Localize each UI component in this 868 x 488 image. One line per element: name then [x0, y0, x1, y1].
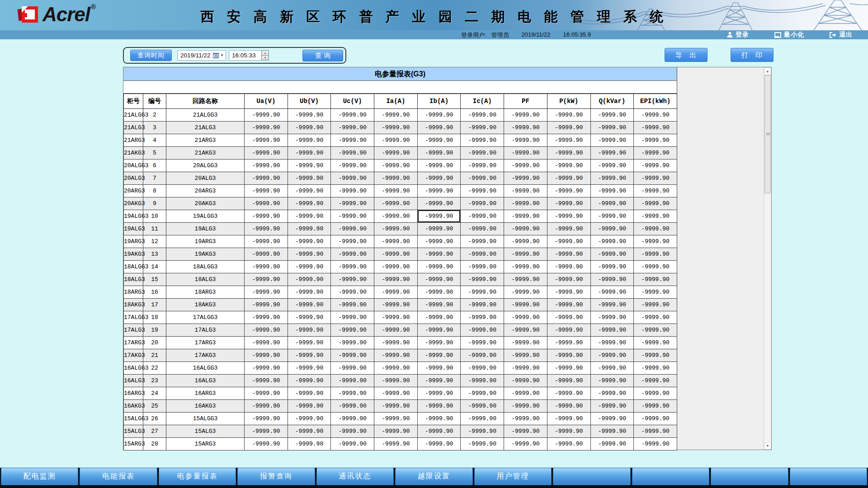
- cell-value[interactable]: -9999.90: [504, 425, 547, 438]
- cell-circuit[interactable]: 19ALG3: [166, 223, 245, 235]
- cell-value[interactable]: -9999.90: [288, 223, 331, 235]
- cell-value[interactable]: -9999.90: [331, 248, 374, 261]
- nav-tab-empty-7[interactable]: [553, 468, 630, 485]
- cell-value[interactable]: -9999.90: [461, 261, 504, 273]
- nav-tab-empty-10[interactable]: [790, 468, 867, 485]
- cell-value[interactable]: -9999.90: [504, 273, 547, 286]
- cell-value[interactable]: -9999.90: [504, 261, 547, 273]
- cell-cabinet[interactable]: 19ALG3: [124, 223, 143, 235]
- cell-value[interactable]: -9999.90: [504, 438, 547, 450]
- cell-cabinet[interactable]: 20ALG3: [124, 172, 143, 185]
- cell-value[interactable]: -9999.90: [245, 375, 288, 387]
- cell-value[interactable]: -9999.90: [547, 160, 590, 172]
- cell-value[interactable]: -9999.90: [288, 109, 331, 122]
- cell-value[interactable]: -9999.90: [590, 375, 634, 387]
- cell-value[interactable]: -9999.90: [504, 235, 547, 248]
- cell-value[interactable]: -9999.90: [288, 375, 331, 387]
- cell-number[interactable]: 12: [143, 235, 166, 248]
- cell-circuit[interactable]: 21ALGG3: [166, 109, 245, 122]
- scroll-up-icon[interactable]: ▲: [764, 67, 771, 75]
- cell-value[interactable]: -9999.90: [590, 349, 634, 362]
- cell-value[interactable]: -9999.90: [547, 362, 590, 375]
- cell-value[interactable]: -9999.90: [504, 400, 547, 413]
- cell-value[interactable]: -9999.90: [547, 337, 590, 349]
- cell-value[interactable]: -9999.90: [634, 273, 677, 286]
- cell-value[interactable]: -9999.90: [590, 425, 634, 438]
- cell-value[interactable]: -9999.90: [331, 349, 374, 362]
- cell-circuit[interactable]: 19ARG3: [166, 235, 245, 248]
- cell-value[interactable]: -9999.90: [590, 387, 634, 400]
- cell-value[interactable]: -9999.90: [417, 286, 461, 299]
- cell-value[interactable]: -9999.90: [245, 197, 288, 210]
- cell-value[interactable]: -9999.90: [461, 438, 504, 450]
- cell-cabinet[interactable]: 15ARG3: [124, 438, 143, 450]
- cell-value[interactable]: -9999.90: [634, 197, 677, 210]
- cell-value[interactable]: -9999.90: [417, 387, 461, 400]
- cell-circuit[interactable]: 17ALGG3: [166, 311, 245, 324]
- cell-value[interactable]: -9999.90: [374, 413, 418, 425]
- cell-value[interactable]: -9999.90: [245, 185, 288, 197]
- cell-value[interactable]: -9999.90: [245, 160, 288, 172]
- cell-value[interactable]: -9999.90: [245, 147, 288, 160]
- nav-tab-配电监测[interactable]: 配电监测: [1, 468, 78, 485]
- cell-value[interactable]: -9999.90: [504, 286, 547, 299]
- cell-value[interactable]: -9999.90: [417, 248, 461, 261]
- cell-value[interactable]: -9999.90: [547, 122, 590, 134]
- cell-value[interactable]: -9999.90: [547, 261, 590, 273]
- cell-cabinet[interactable]: 19ARG3: [124, 235, 143, 248]
- nav-tab-empty-9[interactable]: [711, 468, 788, 485]
- cell-cabinet[interactable]: 21ALGG3: [124, 109, 143, 122]
- cell-value[interactable]: -9999.90: [288, 147, 331, 160]
- cell-cabinet[interactable]: 17ARG3: [124, 337, 143, 349]
- cell-value[interactable]: -9999.90: [547, 286, 590, 299]
- cell-value[interactable]: -9999.90: [331, 438, 374, 450]
- cell-value[interactable]: -9999.90: [374, 185, 418, 197]
- cell-value[interactable]: -9999.90: [547, 400, 590, 413]
- cell-cabinet[interactable]: 18ARG3: [124, 286, 143, 299]
- cell-value[interactable]: -9999.90: [374, 273, 418, 286]
- cell-value[interactable]: -9999.90: [374, 261, 418, 273]
- cell-value[interactable]: -9999.90: [374, 160, 418, 172]
- cell-value[interactable]: -9999.90: [331, 185, 374, 197]
- cell-value[interactable]: -9999.90: [634, 438, 677, 450]
- cell-value[interactable]: -9999.90: [547, 248, 590, 261]
- cell-value[interactable]: -9999.90: [590, 147, 634, 160]
- cell-value[interactable]: -9999.90: [547, 324, 590, 337]
- cell-cabinet[interactable]: 18AKG3: [124, 299, 143, 311]
- cell-value[interactable]: -9999.90: [634, 362, 677, 375]
- cell-value[interactable]: -9999.90: [331, 235, 374, 248]
- cell-value[interactable]: -9999.90: [547, 223, 590, 235]
- cell-circuit[interactable]: 20ALGG3: [166, 160, 245, 172]
- scrollbar-thumb[interactable]: [764, 75, 771, 193]
- cell-value[interactable]: -9999.90: [245, 324, 288, 337]
- cell-number[interactable]: 25: [143, 400, 166, 413]
- cell-value[interactable]: -9999.90: [461, 109, 504, 122]
- cell-value[interactable]: -9999.90: [417, 375, 461, 387]
- cell-value[interactable]: -9999.90: [461, 299, 504, 311]
- cell-value[interactable]: -9999.90: [461, 122, 504, 134]
- cell-value[interactable]: -9999.90: [288, 425, 331, 438]
- cell-value[interactable]: -9999.90: [461, 286, 504, 299]
- nav-tab-越限设置[interactable]: 越限设置: [395, 468, 472, 485]
- cell-value[interactable]: -9999.90: [504, 210, 547, 223]
- cell-value[interactable]: -9999.90: [504, 223, 547, 235]
- cell-value[interactable]: -9999.90: [504, 337, 547, 349]
- cell-value[interactable]: -9999.90: [245, 286, 288, 299]
- cell-circuit[interactable]: 17AKG3: [166, 349, 245, 362]
- cell-number[interactable]: 13: [143, 248, 166, 261]
- cell-value[interactable]: -9999.90: [331, 273, 374, 286]
- cell-cabinet[interactable]: 17AKG3: [124, 349, 143, 362]
- cell-value[interactable]: -9999.90: [547, 197, 590, 210]
- cell-value[interactable]: -9999.90: [374, 324, 418, 337]
- cell-value[interactable]: -9999.90: [634, 299, 677, 311]
- cell-value[interactable]: -9999.90: [504, 349, 547, 362]
- cell-value[interactable]: -9999.90: [374, 223, 418, 235]
- cell-value[interactable]: -9999.90: [288, 261, 331, 273]
- cell-cabinet[interactable]: 16ARG3: [124, 387, 143, 400]
- cell-value[interactable]: -9999.90: [245, 299, 288, 311]
- cell-value[interactable]: -9999.90: [417, 172, 461, 185]
- cell-value[interactable]: -9999.90: [374, 248, 418, 261]
- cell-value[interactable]: -9999.90: [547, 172, 590, 185]
- cell-circuit[interactable]: 15ARG3: [166, 438, 245, 450]
- cell-number[interactable]: 17: [143, 299, 166, 311]
